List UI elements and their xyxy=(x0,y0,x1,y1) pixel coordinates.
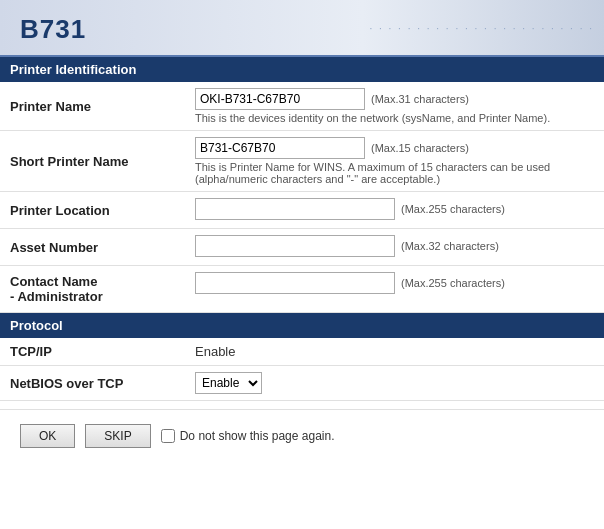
contact-name-label: Contact Name - Administrator xyxy=(0,266,185,313)
contact-name-row: Contact Name - Administrator (Max.255 ch… xyxy=(0,266,604,313)
asset-number-row: Asset Number (Max.32 characters) xyxy=(0,229,604,266)
printer-name-label: Printer Name xyxy=(0,82,185,131)
tcp-ip-value: Enable xyxy=(195,344,235,359)
contact-name-input[interactable] xyxy=(195,272,395,294)
ok-button[interactable]: OK xyxy=(20,424,75,448)
netbios-label: NetBIOS over TCP xyxy=(0,366,185,401)
printer-location-max: (Max.255 characters) xyxy=(401,203,505,215)
printer-name-value-cell: (Max.31 characters) This is the devices … xyxy=(185,82,604,131)
printer-name-input[interactable] xyxy=(195,88,365,110)
short-printer-name-value-cell: (Max.15 characters) This is Printer Name… xyxy=(185,131,604,192)
do-not-show-checkbox[interactable] xyxy=(161,429,175,443)
short-printer-name-input[interactable] xyxy=(195,137,365,159)
printer-location-label: Printer Location xyxy=(0,192,185,229)
tcp-ip-row: TCP/IP Enable xyxy=(0,338,604,366)
short-printer-name-max: (Max.15 characters) xyxy=(371,142,469,154)
printer-location-field-row: (Max.255 characters) xyxy=(195,198,594,220)
asset-number-field-row: (Max.32 characters) xyxy=(195,235,594,257)
tcp-ip-label: TCP/IP xyxy=(0,338,185,366)
do-not-show-label[interactable]: Do not show this page again. xyxy=(161,429,335,443)
printer-name-row: Printer Name (Max.31 characters) This is… xyxy=(0,82,604,131)
page-wrapper: B731 · · · · · · · · · · · · · · · · · ·… xyxy=(0,0,604,529)
asset-number-input[interactable] xyxy=(195,235,395,257)
header-banner: B731 · · · · · · · · · · · · · · · · · ·… xyxy=(0,0,604,57)
printer-location-value-cell: (Max.255 characters) xyxy=(185,192,604,229)
contact-name-value-cell: (Max.255 characters) xyxy=(185,266,604,313)
protocol-header: Protocol xyxy=(0,313,604,338)
printer-identification-table: Printer Name (Max.31 characters) This is… xyxy=(0,82,604,313)
tcp-ip-value-cell: Enable xyxy=(185,338,604,366)
netbios-value-cell: Enable Disable xyxy=(185,366,604,401)
contact-name-max: (Max.255 characters) xyxy=(401,277,505,289)
netbios-row: NetBIOS over TCP Enable Disable xyxy=(0,366,604,401)
page-title: B731 xyxy=(20,14,86,44)
short-printer-name-note: This is Printer Name for WINS. A maximum… xyxy=(195,161,594,185)
short-printer-name-field-row: (Max.15 characters) xyxy=(195,137,594,159)
netbios-select[interactable]: Enable Disable xyxy=(195,372,262,394)
printer-name-note: This is the devices identity on the netw… xyxy=(195,112,594,124)
contact-name-field-row: (Max.255 characters) xyxy=(195,272,594,294)
short-printer-name-label: Short Printer Name xyxy=(0,131,185,192)
printer-location-row: Printer Location (Max.255 characters) xyxy=(0,192,604,229)
printer-location-input[interactable] xyxy=(195,198,395,220)
asset-number-label: Asset Number xyxy=(0,229,185,266)
printer-name-max: (Max.31 characters) xyxy=(371,93,469,105)
printer-identification-header: Printer Identification xyxy=(0,57,604,82)
do-not-show-text: Do not show this page again. xyxy=(180,429,335,443)
protocol-table: TCP/IP Enable NetBIOS over TCP Enable Di… xyxy=(0,338,604,401)
short-printer-name-row: Short Printer Name (Max.15 characters) T… xyxy=(0,131,604,192)
footer: OK SKIP Do not show this page again. xyxy=(0,409,604,462)
header-dots: · · · · · · · · · · · · · · · · · · · · … xyxy=(369,22,594,33)
skip-button[interactable]: SKIP xyxy=(85,424,150,448)
printer-name-field-row: (Max.31 characters) xyxy=(195,88,594,110)
asset-number-max: (Max.32 characters) xyxy=(401,240,499,252)
asset-number-value-cell: (Max.32 characters) xyxy=(185,229,604,266)
